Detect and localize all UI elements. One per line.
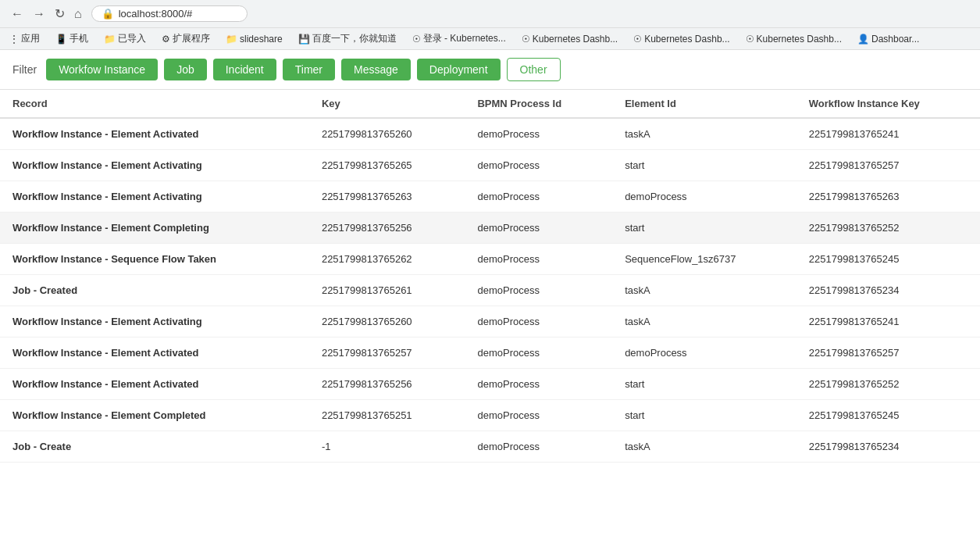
element-id-cell: taskA	[612, 306, 796, 338]
table-row[interactable]: Workflow Instance - Element Completing22…	[0, 213, 980, 244]
key-cell: 2251799813765260	[309, 118, 465, 150]
table-row[interactable]: Job - Created2251799813765261demoProcess…	[0, 275, 980, 306]
workflow-instance-key-cell: 2251799813765234	[796, 431, 980, 463]
bpmn-process-id-cell: demoProcess	[465, 338, 612, 369]
apps-icon: ⋮	[9, 34, 19, 45]
element-id-cell: taskA	[612, 275, 796, 306]
workflow-instance-key-cell: 2251799813765234	[796, 275, 980, 306]
record-cell: Workflow Instance - Sequence Flow Taken	[0, 244, 309, 275]
bookmark-extensions[interactable]: ⚙ 扩展程序	[159, 30, 213, 47]
bookmark-imported[interactable]: 📁 已导入	[101, 30, 149, 47]
record-cell: Workflow Instance - Element Activated	[0, 118, 309, 150]
bookmark-k8s-2[interactable]: ☉ Kubernetes Dashb...	[630, 32, 732, 46]
bookmark-baidu[interactable]: 💾 百度一下，你就知道	[295, 30, 400, 47]
bookmark-k8s-3[interactable]: ☉ Kubernetes Dashb...	[743, 32, 845, 46]
puzzle-icon: ⚙	[162, 34, 170, 45]
element-id-cell: start	[612, 150, 796, 181]
workflow-instance-key-cell: 2251799813765257	[796, 338, 980, 369]
record-cell: Workflow Instance - Element Completed	[0, 400, 309, 431]
back-button[interactable]: ←	[8, 5, 27, 23]
filter-other-button[interactable]: Other	[507, 58, 561, 81]
bookmark-apps[interactable]: ⋮ 应用	[6, 30, 43, 47]
col-bpmn-process-id: BPMN Process Id	[465, 90, 612, 118]
bookmark-phone[interactable]: 📱 手机	[52, 30, 91, 47]
key-cell: 2251799813765256	[309, 369, 465, 400]
filter-label: Filter	[12, 63, 37, 76]
filter-timer-button[interactable]: Timer	[283, 59, 335, 80]
workflow-instance-key-cell: 2251799813765245	[796, 400, 980, 431]
k8s-icon-2: ☉	[522, 34, 530, 45]
baidu-icon: 💾	[298, 34, 310, 45]
reload-button[interactable]: ↻	[52, 5, 68, 23]
filter-incident-button[interactable]: Incident	[213, 59, 276, 80]
element-id-cell: start	[612, 213, 796, 244]
filter-bar: Filter Workfow Instance Job Incident Tim…	[0, 50, 980, 90]
record-cell: Workflow Instance - Element Activating	[0, 181, 309, 213]
workflow-instance-key-cell: 2251799813765252	[796, 213, 980, 244]
workflow-instance-key-cell: 2251799813765241	[796, 118, 980, 150]
bpmn-process-id-cell: demoProcess	[465, 369, 612, 400]
bpmn-process-id-cell: demoProcess	[465, 275, 612, 306]
slideshare-icon: 📁	[226, 34, 237, 45]
table-row[interactable]: Workflow Instance - Element Activating22…	[0, 306, 980, 338]
record-cell: Workflow Instance - Element Completing	[0, 213, 309, 244]
bpmn-process-id-cell: demoProcess	[465, 181, 612, 213]
table-row[interactable]: Workflow Instance - Element Activated225…	[0, 118, 980, 150]
table-row[interactable]: Workflow Instance - Element Activated225…	[0, 369, 980, 400]
bookmark-dashboard[interactable]: 👤 Dashboar...	[854, 32, 922, 46]
bookmarks-bar: ⋮ 应用 📱 手机 📁 已导入 ⚙ 扩展程序 📁 slideshare 💾 百度…	[0, 28, 980, 50]
element-id-cell: start	[612, 369, 796, 400]
element-id-cell: SequenceFlow_1sz6737	[612, 244, 796, 275]
records-table-container: Record Key BPMN Process Id Element Id Wo…	[0, 90, 980, 463]
table-row[interactable]: Workflow Instance - Sequence Flow Taken2…	[0, 244, 980, 275]
key-cell: 2251799813765260	[309, 306, 465, 338]
table-header-row: Record Key BPMN Process Id Element Id Wo…	[0, 90, 980, 118]
table-row[interactable]: Workflow Instance - Element Completed225…	[0, 400, 980, 431]
record-cell: Workflow Instance - Element Activated	[0, 369, 309, 400]
record-cell: Workflow Instance - Element Activated	[0, 338, 309, 369]
bookmark-k8s-1[interactable]: ☉ Kubernetes Dashb...	[519, 32, 621, 46]
filter-job-button[interactable]: Job	[164, 59, 207, 80]
bpmn-process-id-cell: demoProcess	[465, 431, 612, 463]
key-cell: 2251799813765262	[309, 244, 465, 275]
lock-icon: 🔒	[102, 8, 114, 20]
key-cell: 2251799813765261	[309, 275, 465, 306]
key-cell: 2251799813765257	[309, 338, 465, 369]
workflow-instance-key-cell: 2251799813765257	[796, 150, 980, 181]
address-bar[interactable]: 🔒 localhost:8000/#	[91, 5, 248, 22]
element-id-cell: demoProcess	[612, 338, 796, 369]
key-cell: 2251799813765265	[309, 150, 465, 181]
col-key: Key	[309, 90, 465, 118]
filter-workflow-instance-button[interactable]: Workfow Instance	[46, 59, 158, 80]
workflow-instance-key-cell: 2251799813765263	[796, 181, 980, 213]
workflow-instance-key-cell: 2251799813765241	[796, 306, 980, 338]
nav-buttons[interactable]: ← → ↻ ⌂	[8, 5, 85, 23]
key-cell: 2251799813765263	[309, 181, 465, 213]
records-table: Record Key BPMN Process Id Element Id Wo…	[0, 90, 980, 463]
folder-icon: 📁	[104, 34, 116, 45]
table-row[interactable]: Workflow Instance - Element Activating22…	[0, 181, 980, 213]
col-record: Record	[0, 90, 309, 118]
record-cell: Workflow Instance - Element Activating	[0, 306, 309, 338]
bpmn-process-id-cell: demoProcess	[465, 150, 612, 181]
table-row[interactable]: Workflow Instance - Element Activated225…	[0, 338, 980, 369]
k8s-icon-3: ☉	[633, 34, 642, 45]
key-cell: 2251799813765256	[309, 213, 465, 244]
key-cell: 2251799813765251	[309, 400, 465, 431]
home-button[interactable]: ⌂	[71, 5, 85, 23]
element-id-cell: demoProcess	[612, 181, 796, 213]
table-row[interactable]: Job - Create-1demoProcesstaskA2251799813…	[0, 431, 980, 463]
bookmark-k8s-login[interactable]: ☉ 登录 - Kubernetes...	[409, 30, 509, 47]
record-cell: Workflow Instance - Element Activating	[0, 150, 309, 181]
table-row[interactable]: Workflow Instance - Element Activating22…	[0, 150, 980, 181]
element-id-cell: taskA	[612, 431, 796, 463]
forward-button[interactable]: →	[30, 5, 48, 23]
bookmark-slideshare[interactable]: 📁 slideshare	[223, 32, 286, 46]
bpmn-process-id-cell: demoProcess	[465, 244, 612, 275]
element-id-cell: taskA	[612, 118, 796, 150]
filter-message-button[interactable]: Message	[341, 59, 411, 80]
filter-deployment-button[interactable]: Deployment	[417, 59, 501, 80]
col-workflow-instance-key: Workflow Instance Key	[796, 90, 980, 118]
bpmn-process-id-cell: demoProcess	[465, 400, 612, 431]
k8s-icon-1: ☉	[412, 34, 421, 45]
